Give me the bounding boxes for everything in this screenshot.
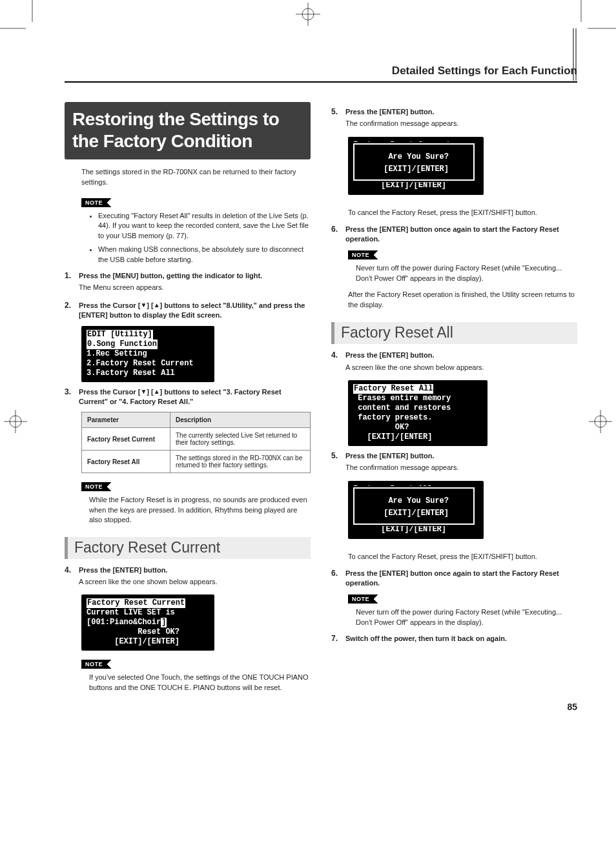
step-number: 2. (65, 301, 79, 310)
note-badge: NOTE (348, 594, 373, 604)
step-6-current: 6. Press the [ENTER] button once again t… (331, 225, 577, 245)
note-badge: NOTE (81, 660, 107, 669)
step-number: 4. (331, 350, 345, 360)
step-title: Press the [ENTER] button once again to s… (345, 225, 577, 245)
note-list: Executing "Factory Reset All" results in… (89, 211, 311, 265)
param-desc: The currently selected Live Set returned… (170, 428, 311, 451)
step-title: Press the Cursor [▼] [▲] buttons to sele… (79, 387, 311, 407)
step-title: Press the [ENTER] button. (345, 350, 577, 360)
heading-factory-reset-current: Factory Reset Current (65, 537, 311, 559)
param-name: Factory Reset Current (82, 428, 170, 451)
param-desc: The settings stored in the RD-700NX can … (170, 451, 311, 473)
param-name: Factory Reset All (82, 451, 170, 473)
lcd-all-confirm-overlay: Factory Reset All [EXIT]/[ENTER] Are You… (348, 481, 484, 539)
step-number: 1. (65, 271, 79, 280)
step-number: 5. (331, 107, 345, 116)
note-text: While the Factory Reset is in progress, … (89, 495, 311, 525)
cancel-text: To cancel the Factory Reset, press the [… (348, 208, 577, 218)
table-row: Factory Reset All The settings stored in… (82, 451, 311, 473)
step-7-all: 7. Switch off the power, then turn it ba… (331, 634, 577, 644)
up-arrow-icon: ▲ (154, 301, 160, 310)
step-title: Press the [ENTER] button. (345, 451, 577, 461)
step-title: Switch off the power, then turn it back … (345, 634, 577, 644)
step-title: Press the [ENTER] button once again to s… (345, 569, 577, 589)
intro-paragraph: The settings stored in the RD-700NX can … (81, 167, 311, 188)
step-4-current: 4. Press the [ENTER] button. A screen li… (65, 565, 311, 590)
step-subtext: A screen like the one shown below appear… (79, 577, 311, 587)
step-title: Press the [ENTER] button. (79, 565, 311, 575)
note-item: Executing "Factory Reset All" results in… (98, 211, 311, 241)
table-header-parameter: Parameter (82, 412, 170, 428)
up-arrow-icon: ▲ (154, 387, 160, 396)
cancel-text: To cancel the Factory Reset, press the [… (348, 552, 577, 562)
note-badge: NOTE (81, 198, 107, 207)
table-row: Factory Reset Current The currently sele… (82, 428, 311, 451)
down-arrow-icon: ▼ (140, 387, 147, 396)
step-number: 3. (65, 387, 79, 396)
note-text: Never turn off the power during Factory … (356, 263, 577, 283)
note-item: When making USB connections, be absolute… (98, 245, 311, 265)
step-3: 3. Press the Cursor [▼] [▲] buttons to s… (65, 387, 311, 407)
step-2: 2. Press the Cursor [▼] [▲] buttons to s… (65, 301, 311, 321)
step-number: 4. (65, 565, 79, 574)
step-5-all: 5. Press the [ENTER] button. The confirm… (331, 451, 577, 476)
parameter-table: Parameter Description Factory Reset Curr… (81, 412, 311, 473)
step-title: Press the [ENTER] button. (345, 107, 577, 117)
step-subtext: The confirmation message appears. (345, 119, 577, 128)
lcd-factory-reset-all: Factory Reset All Erases entire memory c… (348, 380, 488, 446)
step-number: 5. (331, 451, 345, 460)
down-arrow-icon: ▼ (140, 301, 147, 310)
step-subtext: A screen like the one shown below appear… (345, 363, 577, 372)
lcd-confirm-overlay: Factory Reset Current C [EXIT]/[ENTER] A… (348, 137, 484, 195)
lcd-factory-reset-current: Factory Reset Current Current LIVE SET i… (81, 594, 214, 651)
step-5-current: 5. Press the [ENTER] button. The confirm… (331, 107, 577, 132)
note-text: Never turn off the power during Factory … (356, 607, 577, 627)
step-1: 1. Press the [MENU] button, getting the … (65, 271, 311, 296)
step-number: 6. (331, 569, 345, 578)
lcd-edit-utility: EDIT [Utility] 0.Song Function 1.Rec Set… (81, 326, 214, 382)
step-subtext: The confirmation message appears. (345, 463, 577, 472)
note-badge: NOTE (348, 250, 373, 259)
note-text: If you've selected One Touch, the settin… (89, 673, 311, 693)
step-subtext: The Menu screen appears. (79, 283, 311, 292)
page-number: 85 (567, 702, 577, 712)
step-title: Press the Cursor [▼] [▲] buttons to sele… (79, 301, 311, 321)
table-header-description: Description (170, 412, 311, 428)
note-badge: NOTE (81, 482, 107, 491)
heading-factory-reset-all: Factory Reset All (331, 322, 577, 344)
step-number: 7. (331, 634, 345, 643)
step-4-all: 4. Press the [ENTER] button. A screen li… (331, 350, 577, 375)
after-reset-text: After the Factory Reset operation is fin… (348, 290, 577, 310)
running-header: Detailed Settings for Each Function (65, 65, 577, 83)
step-6-all: 6. Press the [ENTER] button once again t… (331, 569, 577, 589)
step-number: 6. (331, 225, 345, 234)
step-title: Press the [MENU] button, getting the ind… (79, 271, 311, 281)
page-title: Restoring the Settings to the Factory Co… (65, 102, 311, 159)
